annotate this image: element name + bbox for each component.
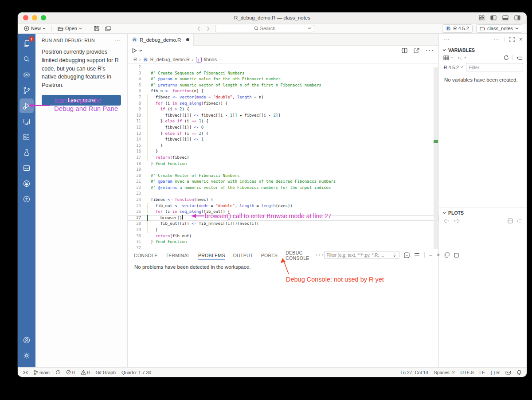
sidebar-item-github[interactable] [20,176,34,191]
search-input[interactable]: Search [215,25,314,32]
sidebar-item-search[interactable] [20,52,34,67]
sidebar-item-explorer[interactable]: 1 [20,36,34,51]
line-number[interactable]: 18 [128,161,141,167]
plots-section-header[interactable]: PLOTS [439,208,527,217]
line-number[interactable]: 25 [128,203,141,209]
line-number[interactable]: 5 [128,82,141,89]
plot-size-icon[interactable] [508,218,513,224]
code-line-6[interactable]: 6fib_n <- function(n) { [128,88,438,94]
line-number[interactable]: 27 [128,215,141,221]
clear-plots-icon[interactable] [516,219,522,224]
status-item-lf[interactable]: LF [479,370,485,375]
code-line-3[interactable]: 3#' Create Sequence of Fibonacci Numbers [128,71,438,77]
sidebar-item-publish[interactable] [20,192,34,206]
code-line-26[interactable]: 26 for (i in seq_along(fib_out)) { [128,209,438,215]
close-right-panel-icon[interactable]: × [519,36,522,43]
sidebar-item-run-and-debug[interactable] [20,98,34,113]
code-line-27[interactable]: 27 browser() [128,215,438,221]
code-line-28[interactable]: 28 fib_out[[i]] <- fib_n(nvec[[i]])[nvec… [128,221,438,227]
chevron-down-icon[interactable] [308,27,311,30]
save-button[interactable] [92,26,101,31]
variables-section-header[interactable]: VARIABLES [439,45,527,54]
line-number[interactable]: 4 [128,76,141,82]
line-number[interactable]: 19 [128,167,141,173]
editor-tab[interactable]: R R_debug_demo.R [128,34,194,46]
code-line-11[interactable]: 11 } else if (i == 1) { [128,118,438,125]
status-item-0[interactable]: 0 [66,370,75,375]
panel-tab-debug-console[interactable]: DEBUG CONSOLE [286,247,309,263]
code-line-4[interactable]: 4#' @param n numeric value for the nth F… [128,76,438,82]
line-number[interactable]: 2 [128,64,141,71]
line-number[interactable]: 28 [128,221,141,227]
line-number[interactable]: 10 [128,113,141,119]
refresh-icon[interactable] [504,55,509,60]
panel-tab-console[interactable]: CONSOLE [134,250,157,260]
variables-filter-input[interactable]: Filter [466,63,523,71]
line-number[interactable]: 21 [128,179,141,185]
line-number[interactable]: 8 [128,101,141,107]
sort-variables-button[interactable]: ↑↓ [458,55,466,60]
code-line-14[interactable]: 14 fibvec[[i]] <- 1 [128,137,438,143]
minimize-window-button[interactable] [32,15,37,20]
sidebar-item-sessions[interactable] [20,114,34,129]
line-number[interactable]: 29 [128,227,141,233]
code-line-31[interactable]: 31} #end Function [128,239,438,245]
line-number[interactable]: 14 [128,137,141,143]
line-number[interactable]: 31 [128,239,141,245]
line-number[interactable]: 20 [128,173,141,179]
breadcrumb-item-folder[interactable]: R [133,57,137,62]
status-item-quarto-1-7-30[interactable]: Quarto: 1.7.30 [121,370,151,375]
status-item-main[interactable]: main [34,370,50,375]
status-item-bell[interactable] [517,370,521,375]
code-line-2[interactable]: 2 [128,64,438,71]
open-in-new-window-icon[interactable] [414,48,419,53]
panel-tab-ports[interactable]: PORTS [261,250,278,260]
line-number[interactable]: 16 [128,149,141,155]
status-item-remote[interactable] [23,370,28,375]
variables-more-icon[interactable]: ··· [443,37,450,42]
sidebar-item-connections[interactable] [20,161,34,175]
code-line-29[interactable]: 29 } [128,227,438,233]
close-window-button[interactable] [23,15,28,20]
panel-tab-terminal[interactable]: TERMINAL [165,250,190,260]
expand-panel-icon[interactable] [509,37,515,42]
session-selector[interactable]: R 4.5.2 [442,65,463,70]
zoom-window-button[interactable] [41,15,46,20]
code-line-18[interactable]: 18} #end Function [128,161,438,167]
status-item-assistant[interactable] [505,370,511,375]
toggle-bottom-panel-icon[interactable] [502,15,509,20]
code-line-15[interactable]: 15 } [128,143,438,149]
line-number[interactable]: 9 [128,106,141,113]
panel-tab-problems[interactable]: PROBLEMS [198,250,225,260]
code-line-30[interactable]: 30 return(fib_out) [128,233,438,239]
code-line-17[interactable]: 17 return(fibvec) [128,155,438,161]
panel-section-more-icon[interactable]: ··· [494,37,500,42]
code-line-8[interactable]: 8 for (i in seq_along(fibvec)) { [128,101,438,107]
breadcrumb-item-symbol[interactable]: fibnos [204,57,217,62]
line-number[interactable]: 3 [128,71,141,77]
code-line-16[interactable]: 16 } [128,149,438,155]
editor-more-icon[interactable]: ··· [426,47,434,55]
line-number[interactable]: 22 [128,185,141,191]
customize-layout-icon[interactable] [479,15,485,20]
toggle-left-panel-icon[interactable] [490,15,497,20]
line-number[interactable]: 12 [128,125,141,131]
open-button[interactable]: Open [56,26,84,31]
code-line-20[interactable]: 20#' Create Vector of Fibonacci Numbers [128,173,438,179]
unsaved-changes-dot[interactable] [186,38,189,41]
run-file-button[interactable] [132,48,142,53]
line-number[interactable]: 7 [128,94,141,101]
previous-plot-icon[interactable] [443,219,450,224]
code-line-10[interactable]: 10 fibvec[[i]] <- fibvec[[i - 1]] + fibv… [128,113,438,119]
panel-more-icon[interactable]: ··· [316,251,324,259]
code-line-13[interactable]: 13 } else if (i == 2) { [128,131,438,137]
r-session-button[interactable]: R R 4.5.2 [442,24,472,33]
code-line-21[interactable]: 21#' @param nvec a numeric vector with i… [128,179,438,185]
sidebar-item-testing[interactable] [20,145,34,160]
code-line-7[interactable]: 7 fibvec <- vector(mode = "double", leng… [128,94,438,101]
code-line-19[interactable]: 19 [128,167,438,173]
code-line-23[interactable]: 23 [128,191,438,197]
panel-tab-output[interactable]: OUTPUT [233,250,253,260]
status-item-git-graph[interactable]: Git Graph [95,370,116,375]
status-item-ln-27-col-14[interactable]: Ln 27, Col 14 [400,370,428,375]
